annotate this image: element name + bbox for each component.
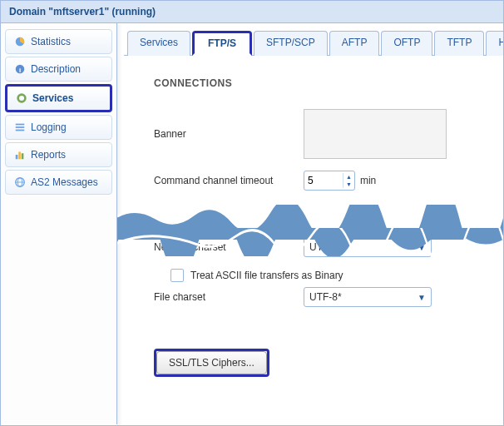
sidebar-item-as2-messages[interactable]: AS2 Messages — [5, 170, 112, 195]
file-charset-value: UTF-8* — [309, 291, 342, 303]
spinner-up-icon[interactable]: ▲ — [343, 173, 354, 181]
sidebar-item-label: Statistics — [31, 36, 71, 47]
tab-tftp[interactable]: TFTP — [434, 31, 484, 56]
list-icon — [14, 121, 26, 133]
banner-label: Banner — [154, 128, 304, 140]
tab-ftps[interactable]: FTP/S — [192, 31, 252, 56]
sidebar-item-description[interactable]: i Description — [5, 57, 112, 82]
sidebar-item-services[interactable]: Services — [5, 84, 112, 112]
gear-icon — [16, 92, 27, 104]
ascii-binary-label: Treat ASCII file transfers as Binary — [190, 270, 343, 281]
cmd-timeout-spinner[interactable]: ▲ ▼ — [304, 171, 355, 191]
ascii-binary-checkbox[interactable] — [170, 269, 184, 282]
cmd-timeout-label: Command channel timeout — [154, 175, 304, 186]
connections-heading: CONNECTIONS — [154, 77, 503, 89]
svg-rect-9 — [18, 152, 21, 160]
info-icon: i — [14, 63, 26, 75]
network-charset-label: Network charset — [154, 241, 304, 253]
chevron-down-icon: ▼ — [418, 293, 426, 302]
sidebar-item-reports[interactable]: Reports — [5, 142, 112, 167]
svg-rect-8 — [16, 155, 18, 159]
main-panel: Services FTP/S SFTP/SCP AFTP OFTP TFTP H… — [117, 23, 503, 424]
svg-point-4 — [21, 97, 23, 100]
ssl-ciphers-highlight: SSL/TLS Ciphers... — [154, 349, 269, 377]
sidebar-item-label: AS2 Messages — [31, 176, 98, 188]
cmd-timeout-unit: min — [360, 175, 376, 186]
tab-sftp-scp[interactable]: SFTP/SCP — [254, 31, 328, 56]
sidebar-item-label: Logging — [31, 121, 67, 133]
svg-rect-6 — [16, 126, 25, 128]
tab-aftp[interactable]: AFTP — [329, 31, 380, 56]
chart-bar-icon — [14, 149, 26, 161]
chart-pie-icon — [14, 36, 26, 47]
network-charset-select[interactable]: UTF-8* ▼ — [304, 237, 432, 257]
sidebar-item-label: Description — [31, 63, 81, 75]
sidebar-item-logging[interactable]: Logging — [5, 115, 112, 140]
file-charset-select[interactable]: UTF-8* ▼ — [304, 287, 432, 307]
svg-text:i: i — [19, 67, 21, 74]
banner-textarea[interactable] — [304, 109, 447, 159]
tab-oftp[interactable]: OFTP — [381, 31, 432, 56]
tab-services[interactable]: Services — [127, 31, 190, 56]
chevron-down-icon: ▼ — [418, 243, 426, 252]
file-charset-label: File charset — [154, 291, 304, 303]
sidebar: Statistics i Description Services Loggin… — [1, 23, 117, 424]
tab-bar: Services FTP/S SFTP/SCP AFTP OFTP TFTP H… — [124, 30, 503, 56]
window-title: Domain "mftserver1" (running) — [1, 1, 503, 23]
spinner-down-icon[interactable]: ▼ — [343, 181, 354, 188]
globe-icon — [14, 176, 26, 188]
sidebar-item-label: Reports — [31, 149, 66, 161]
svg-rect-5 — [16, 124, 25, 126]
svg-rect-10 — [22, 153, 24, 159]
sidebar-item-statistics[interactable]: Statistics — [5, 29, 112, 54]
ssl-tls-ciphers-button[interactable]: SSL/TLS Ciphers... — [156, 351, 267, 374]
sidebar-item-label: Services — [32, 92, 73, 104]
network-charset-value: UTF-8* — [309, 241, 342, 253]
svg-rect-7 — [16, 130, 25, 131]
cmd-timeout-input[interactable] — [304, 173, 343, 188]
tab-https[interactable]: HTTP/S — [486, 31, 503, 56]
